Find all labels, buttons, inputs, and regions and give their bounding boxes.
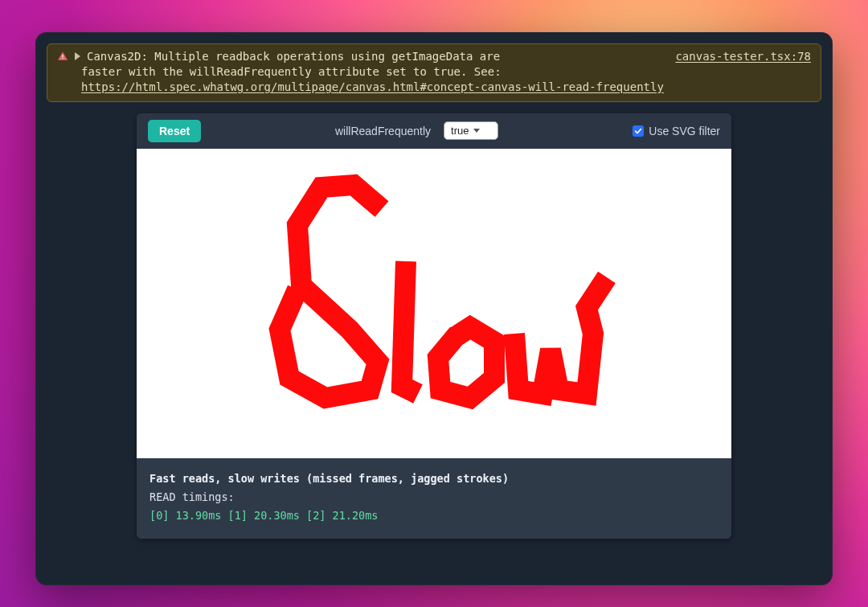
svg-rect-0	[62, 55, 63, 57]
timing-samples: [0] 13.90ms [1] 20.30ms [2] 21.20ms	[149, 507, 719, 525]
console-warning-text-2: faster with the willReadFrequently attri…	[81, 65, 502, 78]
disclosure-triangle-icon[interactable]	[75, 52, 80, 60]
tester-panel: Reset willReadFrequently true Use SVG fi…	[137, 113, 731, 539]
svg-filter-label: Use SVG filter	[649, 125, 720, 137]
check-icon	[634, 127, 642, 135]
output-title: Fast reads, slow writes (missed frames, …	[149, 470, 719, 488]
svg-rect-1	[62, 58, 63, 59]
console-warning-link[interactable]: https://html.spec.whatwg.org/multipage/c…	[81, 80, 664, 93]
console-source-link[interactable]: canvas-tester.tsx:78	[675, 49, 811, 64]
reset-button[interactable]: Reset	[148, 120, 201, 142]
svg-filter-toggle[interactable]: Use SVG filter	[633, 125, 720, 137]
toolbar: Reset willReadFrequently true Use SVG fi…	[137, 113, 731, 149]
drawn-strokes	[137, 149, 731, 458]
drawing-canvas[interactable]	[137, 149, 731, 458]
output-panel: Fast reads, slow writes (missed frames, …	[137, 458, 731, 539]
wrf-label: willReadFrequently	[335, 125, 431, 137]
timings-label: READ timings:	[149, 488, 719, 507]
app-window: canvas-tester.tsx:78 Canvas2D: Multiple …	[35, 32, 833, 585]
chevron-down-icon	[473, 129, 480, 133]
svg-filter-checkbox[interactable]	[633, 125, 644, 137]
warning-icon	[57, 51, 68, 62]
wrf-select-value: true	[451, 125, 469, 137]
wrf-select[interactable]: true	[444, 121, 498, 140]
console-warning: canvas-tester.tsx:78 Canvas2D: Multiple …	[47, 43, 821, 102]
